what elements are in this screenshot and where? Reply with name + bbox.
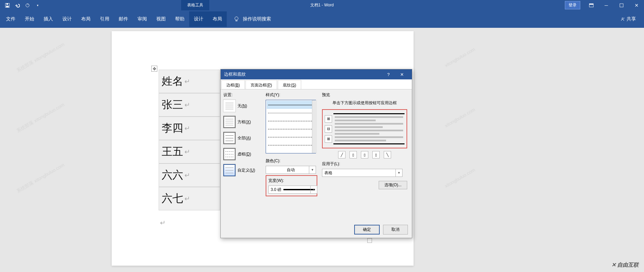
svg-rect-2 bbox=[6, 6, 9, 7]
share-label: 共享 bbox=[627, 16, 636, 22]
tab-mailings[interactable]: 邮件 bbox=[114, 11, 133, 27]
table-resize-handle[interactable] bbox=[367, 238, 372, 243]
tab-shading[interactable]: 底纹(S) bbox=[278, 80, 301, 89]
tab-design[interactable]: 设计 bbox=[58, 11, 76, 27]
border-left-button[interactable]: ▯ bbox=[350, 151, 357, 158]
table-cell[interactable]: 王五↵ bbox=[159, 140, 220, 163]
setting-all[interactable]: 全部(A) bbox=[223, 132, 263, 144]
apply-to-label: 应用于(L): bbox=[322, 161, 407, 167]
svg-rect-1 bbox=[6, 3, 8, 5]
login-button[interactable]: 登录 bbox=[565, 1, 580, 9]
setting-grid[interactable]: 虚框(D) bbox=[223, 148, 263, 160]
save-icon[interactable] bbox=[3, 1, 12, 10]
redo-icon[interactable] bbox=[23, 1, 32, 10]
tab-borders[interactable]: 边框(B) bbox=[221, 80, 245, 89]
tab-layout[interactable]: 布局 bbox=[76, 11, 95, 27]
close-icon[interactable]: ✕ bbox=[395, 72, 409, 77]
style-label: 样式(Y): bbox=[266, 92, 317, 98]
preview-hint: 单击下方图示或使用按钮可应用边框 bbox=[322, 100, 407, 106]
chevron-down-icon: ▼ bbox=[309, 166, 316, 174]
table-cell[interactable]: 六六↵ bbox=[159, 163, 220, 187]
options-button[interactable]: 选项(O)... bbox=[379, 181, 407, 189]
border-mid-h-button[interactable]: ⊟ bbox=[325, 125, 332, 133]
tell-me-search[interactable]: 操作说明搜索 bbox=[233, 16, 271, 22]
tab-table-design[interactable]: 设计 bbox=[189, 11, 208, 27]
minimize-icon[interactable]: ─ bbox=[599, 0, 614, 10]
settings-label: 设置: bbox=[223, 92, 263, 98]
width-dropdown[interactable]: 3.0 磅 ▼ bbox=[268, 186, 317, 194]
svg-point-3 bbox=[26, 4, 29, 7]
setting-box[interactable]: 方框(X) bbox=[223, 116, 263, 128]
style-listbox[interactable] bbox=[266, 100, 316, 153]
style-option[interactable] bbox=[267, 101, 315, 109]
style-option[interactable] bbox=[267, 133, 315, 141]
tell-me-label: 操作说明搜索 bbox=[243, 16, 271, 22]
tab-page-border[interactable]: 页面边框(P) bbox=[246, 80, 277, 89]
maximize-icon[interactable] bbox=[614, 0, 629, 10]
tab-view[interactable]: 视图 bbox=[152, 11, 170, 27]
chevron-down-icon: ▼ bbox=[310, 186, 317, 193]
window-controls: 登录 ─ ✕ bbox=[565, 0, 644, 10]
table-cell[interactable]: 六七↵ bbox=[159, 187, 220, 210]
ok-button[interactable]: 确定 bbox=[354, 225, 380, 234]
help-icon[interactable]: ? bbox=[382, 72, 395, 77]
style-option[interactable] bbox=[267, 109, 315, 117]
tab-review[interactable]: 审阅 bbox=[133, 11, 152, 27]
preview-sample[interactable] bbox=[333, 113, 405, 144]
setting-custom[interactable]: 自定义(U) bbox=[223, 164, 263, 176]
titlebar: ▾ 表格工具 文档1 - Word 登录 ─ ✕ bbox=[0, 0, 644, 10]
table-anchor-icon[interactable]: ✥ bbox=[151, 66, 157, 72]
close-icon[interactable]: ✕ bbox=[629, 0, 644, 10]
dialog-title: 边框和底纹 bbox=[224, 71, 246, 77]
border-right-button[interactable]: ▯ bbox=[372, 151, 380, 158]
scrollbar[interactable] bbox=[312, 100, 317, 153]
share-icon bbox=[620, 17, 625, 21]
setting-grid-icon bbox=[223, 148, 235, 160]
table-cell[interactable]: 李四↵ bbox=[159, 117, 220, 140]
paragraph-mark-icon: ↵ bbox=[184, 101, 190, 109]
setting-none-icon bbox=[223, 100, 235, 112]
table-cell[interactable]: 张三↵ bbox=[159, 93, 220, 117]
chevron-down-icon: ▼ bbox=[395, 169, 402, 177]
svg-rect-8 bbox=[236, 20, 237, 21]
document-title: 文档1 - Word bbox=[310, 2, 334, 8]
svg-rect-6 bbox=[620, 4, 623, 7]
preview-side-buttons: ⊞ ⊟ ⊞ bbox=[325, 113, 332, 144]
brand-watermark: ✕ 自由互联 bbox=[611, 262, 639, 269]
share-button[interactable]: 共享 bbox=[613, 16, 643, 22]
border-diag2-button[interactable]: ╲ bbox=[384, 151, 391, 158]
svg-point-9 bbox=[622, 18, 623, 19]
style-option[interactable] bbox=[267, 117, 315, 125]
style-option[interactable] bbox=[267, 141, 315, 149]
tab-insert[interactable]: 插入 bbox=[39, 11, 58, 27]
qat-arrow-icon[interactable]: ▾ bbox=[33, 1, 42, 10]
setting-none[interactable]: 无(N) bbox=[223, 100, 263, 112]
color-dropdown[interactable]: 自动 ▼ bbox=[266, 166, 316, 174]
dialog-titlebar[interactable]: 边框和底纹 ? ✕ bbox=[221, 69, 412, 79]
tab-table-layout[interactable]: 布局 bbox=[208, 11, 227, 27]
border-bottom-button[interactable]: ⊞ bbox=[325, 135, 332, 143]
tab-home[interactable]: 开始 bbox=[20, 11, 39, 27]
dialog-footer: 确定 取消 bbox=[354, 225, 408, 234]
ribbon-options-icon[interactable] bbox=[584, 0, 599, 10]
color-label: 颜色(C): bbox=[266, 158, 317, 164]
cancel-button[interactable]: 取消 bbox=[383, 225, 408, 234]
preview-column: 预览 单击下方图示或使用按钮可应用边框 ⊞ ⊟ ⊞ bbox=[320, 92, 409, 221]
tab-help[interactable]: 帮助 bbox=[170, 11, 189, 27]
table-cell[interactable]: 姓名↵ bbox=[159, 70, 220, 93]
paragraph-mark-icon: ↵ bbox=[184, 195, 190, 203]
undo-icon[interactable] bbox=[13, 1, 22, 10]
style-option[interactable] bbox=[267, 125, 315, 133]
paragraph-mark-icon: ↵ bbox=[184, 171, 190, 179]
preview-label: 预览 bbox=[322, 92, 407, 98]
tab-file[interactable]: 文件 bbox=[1, 11, 20, 27]
lightbulb-icon bbox=[233, 16, 239, 22]
settings-column: 设置: 无(N) 方框(X) 全部(A) 虚框(D) bbox=[223, 92, 263, 221]
border-top-button[interactable]: ⊞ bbox=[325, 115, 332, 123]
document-table[interactable]: 姓名↵ 张三↵ 李四↵ 王五↵ 六六↵ 六七↵ bbox=[159, 70, 220, 210]
contextual-tab-header: 表格工具 bbox=[181, 0, 209, 10]
border-mid-v-button[interactable]: ▯ bbox=[361, 151, 368, 158]
border-diag-button[interactable]: ╱ bbox=[338, 151, 345, 158]
apply-to-dropdown[interactable]: 表格 ▼ bbox=[322, 169, 402, 177]
tab-references[interactable]: 引用 bbox=[95, 11, 114, 27]
